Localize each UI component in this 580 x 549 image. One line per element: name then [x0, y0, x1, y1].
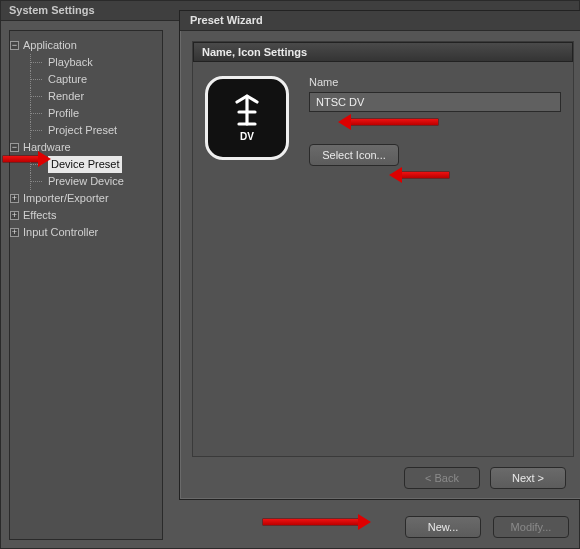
tree-item-project-preset[interactable]: Project Preset	[28, 122, 158, 139]
expand-icon[interactable]: +	[10, 228, 19, 237]
next-button[interactable]: Next >	[490, 467, 566, 489]
expand-icon[interactable]: +	[10, 211, 19, 220]
modify-button: Modify...	[493, 516, 569, 538]
tree-item-device-preset[interactable]: Device Preset	[28, 156, 158, 173]
dv-camera-icon: DV	[225, 92, 269, 144]
tree-item-profile[interactable]: Profile	[28, 105, 158, 122]
settings-tree: − Application Playback Capture Render Pr…	[9, 30, 163, 540]
content-area: − Application Playback Capture Render Pr…	[1, 22, 579, 548]
preset-icon-preview: DV	[205, 76, 289, 160]
select-icon-button[interactable]: Select Icon...	[309, 144, 399, 166]
collapse-icon[interactable]: −	[10, 41, 19, 50]
tree-node-hardware[interactable]: − Hardware	[14, 139, 158, 156]
tree-label: Application	[23, 37, 77, 54]
tree-label: Hardware	[23, 139, 71, 156]
tree-item-capture[interactable]: Capture	[28, 71, 158, 88]
tree-item-render[interactable]: Render	[28, 88, 158, 105]
collapse-icon[interactable]: −	[10, 143, 19, 152]
preset-wizard-dialog: Preset Wizard Name, Icon Settings	[179, 10, 580, 500]
tree-label: Input Controller	[23, 224, 98, 241]
back-button: < Back	[404, 467, 480, 489]
tree-item-playback[interactable]: Playback	[28, 54, 158, 71]
tree-node-input-controller[interactable]: +Input Controller	[14, 224, 158, 241]
expand-icon[interactable]: +	[10, 194, 19, 203]
tree-node-application[interactable]: − Application	[14, 37, 158, 54]
tree-label: Effects	[23, 207, 56, 224]
system-settings-window: System Settings − Application Playback C…	[0, 0, 580, 549]
preset-name-input[interactable]	[309, 92, 561, 112]
dialog-title: Preset Wizard	[180, 11, 580, 31]
wizard-body: Name, Icon Settings DV	[192, 41, 574, 457]
tree-item-preview-device[interactable]: Preview Device	[28, 173, 158, 190]
section-header: Name, Icon Settings	[193, 42, 573, 62]
tree-label: Importer/Exporter	[23, 190, 109, 207]
svg-text:DV: DV	[240, 131, 254, 142]
right-pane: New... Modify... Preset Wizard Name, Ico…	[169, 30, 579, 540]
tree-node-importer-exporter[interactable]: +Importer/Exporter	[14, 190, 158, 207]
name-label: Name	[309, 76, 561, 88]
tree-node-effects[interactable]: +Effects	[14, 207, 158, 224]
new-button[interactable]: New...	[405, 516, 481, 538]
